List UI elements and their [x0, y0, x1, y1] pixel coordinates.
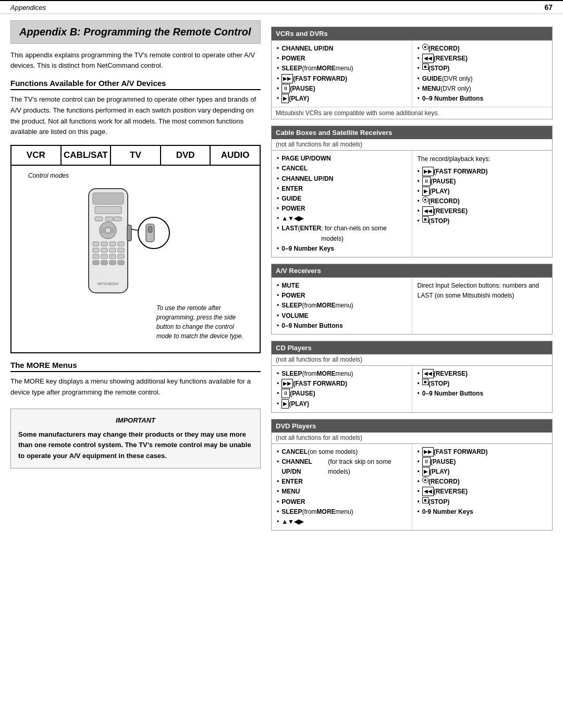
remote-image-area: Control modes	[11, 166, 260, 352]
list-item: GUIDE	[277, 194, 407, 204]
mode-cablsat: CABL/SAT	[62, 146, 112, 165]
list-item: 0-9 Number Keys	[418, 507, 547, 517]
list-item: SLEEP (from MORE menu)	[277, 301, 407, 311]
cd-players-section: CD Players (not all functions for all mo…	[271, 341, 553, 413]
appendix-title: Appendix B: Programming the Remote Contr…	[10, 20, 261, 44]
important-label: IMPORTANT	[18, 415, 253, 426]
list-item: ⏸ (PAUSE)	[277, 84, 407, 94]
list-item: MENU (DVR only)	[418, 84, 547, 94]
vcrs-dvrs-header: VCRs and DVRs	[272, 27, 552, 40]
dvd-players-col2: ▶▶ (FAST FORWARD) ⏸ (PAUSE) ▶ (PLAY) ● (…	[412, 444, 553, 530]
list-item: SLEEP (from MORE menu)	[277, 507, 407, 517]
svg-rect-1	[93, 193, 124, 204]
list-item: ◀◀ (REVERSE)	[418, 54, 547, 64]
control-mode-description: To use the remote after programming, pre…	[149, 298, 253, 346]
list-item: ◀◀ (REVERSE)	[418, 487, 547, 497]
cable-boxes-col1: PAGE UP/DOWN CANCEL CHANNEL UP/DN ENTER …	[272, 151, 412, 257]
list-item: CANCEL (on some models)	[277, 447, 407, 457]
cd-players-subheader: (not all functions for all models)	[272, 354, 552, 365]
top-bar: Appendices 67	[0, 0, 563, 14]
list-item: ● (RECORD)	[418, 477, 547, 487]
list-item: ◀◀ (REVERSE)	[418, 369, 547, 379]
cable-boxes-header: Cable Boxes and Satellite Receivers	[272, 126, 552, 139]
more-menus-heading: The MORE Menus	[10, 361, 261, 372]
cable-boxes-section: Cable Boxes and Satellite Receivers (not…	[271, 126, 553, 257]
svg-rect-4	[105, 217, 113, 221]
vcrs-dvrs-section: VCRs and DVRs CHANNEL UP/DN POWER SLEEP …	[271, 27, 553, 119]
list-item: ⏸ (PAUSE)	[277, 389, 407, 399]
list-item: VOLUME	[277, 311, 407, 321]
vcrs-dvrs-col2: ● (RECORD) ◀◀ (REVERSE) ■ (STOP) GUIDE (…	[412, 41, 553, 107]
important-box: IMPORTANT Some manufacturers may change …	[10, 409, 261, 468]
list-item: ▶ (PLAY)	[418, 187, 547, 196]
svg-rect-27	[127, 225, 131, 241]
vcrs-dvrs-col1: CHANNEL UP/DN POWER SLEEP (from MORE men…	[272, 41, 412, 107]
list-item: ■ (STOP)	[418, 64, 547, 73]
mode-vcr: VCR	[11, 146, 62, 165]
mode-tv: TV	[111, 146, 161, 165]
left-column: Appendix B: Programming the Remote Contr…	[10, 14, 261, 530]
list-item: ⏸ (PAUSE)	[418, 457, 547, 467]
list-item: ▲▼◀▶	[277, 517, 407, 527]
cd-players-body: SLEEP (from MORE menu) ▶▶ (FAST FORWARD)…	[272, 365, 552, 412]
svg-rect-23	[101, 261, 107, 265]
svg-rect-5	[114, 217, 121, 221]
svg-rect-20	[109, 254, 116, 258]
list-item: SLEEP (from MORE menu)	[277, 369, 407, 379]
list-item: ● (RECORD)	[418, 44, 547, 54]
cd-players-col1: SLEEP (from MORE menu) ▶▶ (FAST FORWARD)…	[272, 366, 412, 412]
svg-rect-2	[95, 206, 121, 214]
list-item: CHANNEL UP/DN (for track skip on some mo…	[277, 457, 407, 477]
cd-players-header: CD Players	[272, 341, 552, 354]
list-item: ENTER	[277, 184, 407, 194]
list-item: ▲▼◀▶	[277, 214, 407, 224]
control-modes-body: Control modes	[11, 166, 260, 352]
av-receivers-col1: MUTE POWER SLEEP (from MORE menu) VOLUME…	[272, 278, 412, 334]
list-item: ▶▶ (FAST FORWARD)	[418, 447, 547, 457]
list-item: 0–9 Number Buttons	[277, 321, 407, 331]
list-item: ▶▶ (FAST FORWARD)	[277, 74, 407, 84]
more-menus-text: The MORE key displays a menu showing add…	[10, 376, 261, 398]
list-item: 0–9 Number Buttons	[418, 389, 547, 399]
direct-input-text: Direct Input Selection buttons: numbers …	[418, 281, 547, 301]
main-content: Appendix B: Programming the Remote Contr…	[0, 14, 563, 530]
dvd-players-section: DVD Players (not all functions for all m…	[271, 419, 553, 531]
mode-dvd: DVD	[161, 146, 211, 165]
svg-text:MITSUBISHI: MITSUBISHI	[97, 282, 118, 286]
list-item: ■ (STOP)	[418, 379, 547, 389]
cable-boxes-subheader: (not all functions for all models)	[272, 139, 552, 150]
svg-point-9	[105, 228, 111, 233]
list-item: ◀◀ (REVERSE)	[418, 206, 547, 216]
list-item: POWER	[277, 497, 407, 507]
remote-illustration: MITSUBISHI	[73, 183, 198, 298]
av-receivers-section: A/V Receivers MUTE POWER SLEEP (from MOR…	[271, 264, 553, 335]
list-item: ▶▶ (FAST FORWARD)	[418, 167, 547, 177]
list-item: ▶ (PLAY)	[277, 399, 407, 409]
svg-rect-14	[93, 248, 99, 252]
av-receivers-body: MUTE POWER SLEEP (from MORE menu) VOLUME…	[272, 277, 552, 334]
dvd-players-header: DVD Players	[272, 419, 552, 433]
svg-rect-13	[118, 242, 124, 246]
list-item: ▶ (PLAY)	[277, 94, 407, 104]
svg-rect-15	[101, 248, 107, 252]
more-menus-section: The MORE Menus The MORE key displays a m…	[10, 361, 261, 398]
list-item: MENU	[277, 487, 407, 497]
svg-rect-30	[148, 226, 152, 232]
list-item: SLEEP (from MORE menu)	[277, 64, 407, 73]
svg-line-31	[131, 229, 138, 230]
remote-svg-area: MITSUBISHI	[18, 183, 253, 298]
cd-players-col2: ◀◀ (REVERSE) ■ (STOP) 0–9 Number Buttons	[412, 366, 553, 412]
intro-text: This appendix explains programming the T…	[10, 50, 261, 70]
list-item: CHANNEL UP/DN	[277, 174, 407, 184]
list-item: GUIDE (DVR only)	[418, 74, 547, 84]
list-item: PAGE UP/DOWN	[277, 154, 407, 164]
functions-heading: Functions Available for Other A/V Device…	[10, 79, 261, 90]
list-item: 0–9 Number Buttons	[418, 94, 547, 104]
av-receivers-col2: Direct Input Selection buttons: numbers …	[412, 278, 553, 334]
svg-rect-19	[101, 254, 107, 258]
svg-rect-11	[101, 242, 107, 246]
control-modes-label: Control modes	[28, 172, 69, 179]
list-item: POWER	[277, 204, 407, 214]
list-item: 0–9 Number Keys	[277, 244, 407, 254]
list-item: ▶ (PLAY)	[418, 467, 547, 477]
